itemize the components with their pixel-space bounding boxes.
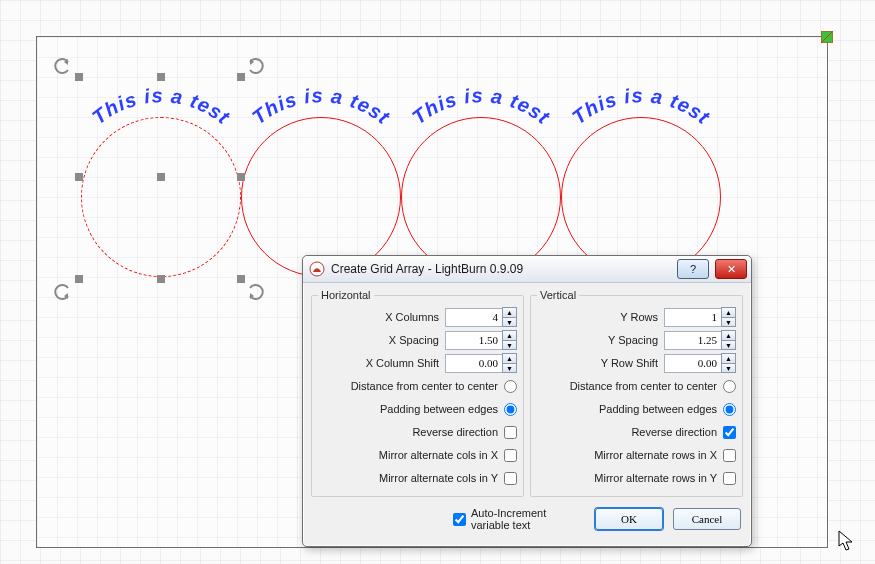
spin-down[interactable]: ▼: [721, 363, 736, 373]
help-button[interactable]: ?: [677, 259, 709, 279]
h-mirror-x-checkbox[interactable]: [504, 449, 517, 462]
spin-up[interactable]: ▲: [502, 307, 517, 317]
vertical-group: Vertical Y Rows ▲▼ Y Spacing ▲▼ Y Row Sh…: [530, 289, 743, 497]
horizontal-legend: Horizontal: [318, 289, 374, 301]
path-text[interactable]: This is a test: [81, 79, 241, 141]
svg-text:This is a test: This is a test: [88, 84, 235, 129]
array-circle[interactable]: [241, 117, 401, 277]
selection-handle[interactable]: [75, 173, 83, 181]
selection-handle[interactable]: [75, 73, 83, 81]
spin-down[interactable]: ▼: [502, 363, 517, 373]
selection-handle[interactable]: [237, 173, 245, 181]
array-circle[interactable]: [561, 117, 721, 277]
horizontal-group: Horizontal X Columns ▲▼ X Spacing ▲▼ X C…: [311, 289, 524, 497]
x-column-shift-label: X Column Shift: [318, 357, 439, 369]
y-rows-input[interactable]: [664, 308, 722, 327]
origin-marker-icon: [821, 31, 833, 43]
spin-up[interactable]: ▲: [502, 353, 517, 363]
path-text: This is a test: [401, 79, 561, 141]
v-mirror-y-checkbox[interactable]: [723, 472, 736, 485]
h-mirror-x-label: Mirror alternate cols in X: [318, 449, 498, 461]
path-text-label: This is a test: [568, 84, 715, 129]
titlebar[interactable]: Create Grid Array - LightBurn 0.9.09 ? ✕: [303, 256, 751, 283]
y-spacing-label: Y Spacing: [537, 334, 658, 346]
v-distance-center-radio[interactable]: [723, 380, 736, 393]
spin-up[interactable]: ▲: [721, 307, 736, 317]
svg-text:This is a test: This is a test: [408, 84, 555, 129]
v-padding-edges-label: Padding between edges: [537, 403, 717, 415]
path-text-label: This is a test: [88, 84, 235, 129]
path-text-label: This is a test: [408, 84, 555, 129]
selection-handle[interactable]: [237, 73, 245, 81]
h-distance-center-radio[interactable]: [504, 380, 517, 393]
svg-text:This is a test: This is a test: [568, 84, 715, 129]
selection-handle[interactable]: [157, 73, 165, 81]
h-mirror-y-label: Mirror alternate cols in Y: [318, 472, 498, 484]
v-padding-edges-radio[interactable]: [723, 403, 736, 416]
close-icon: ✕: [727, 264, 736, 275]
selection-handle[interactable]: [237, 275, 245, 283]
spin-down[interactable]: ▼: [502, 340, 517, 350]
spin-down[interactable]: ▼: [721, 340, 736, 350]
y-row-shift-input[interactable]: [664, 354, 722, 373]
v-mirror-y-label: Mirror alternate rows in Y: [537, 472, 717, 484]
selected-circle[interactable]: [81, 117, 241, 277]
h-padding-edges-label: Padding between edges: [318, 403, 498, 415]
help-icon: ?: [690, 264, 696, 275]
v-mirror-x-label: Mirror alternate rows in X: [537, 449, 717, 461]
dialog-title: Create Grid Array - LightBurn 0.9.09: [331, 262, 671, 276]
rotation-handle[interactable]: [247, 283, 265, 301]
app-icon: [309, 261, 325, 277]
array-circle[interactable]: [401, 117, 561, 277]
h-mirror-y-checkbox[interactable]: [504, 472, 517, 485]
v-distance-center-label: Distance from center to center: [537, 380, 717, 392]
y-spacing-input[interactable]: [664, 331, 722, 350]
spin-down[interactable]: ▼: [721, 317, 736, 327]
v-mirror-x-checkbox[interactable]: [723, 449, 736, 462]
path-text: This is a test: [561, 79, 721, 141]
close-button[interactable]: ✕: [715, 259, 747, 279]
y-rows-label: Y Rows: [537, 311, 658, 323]
create-grid-array-dialog: Create Grid Array - LightBurn 0.9.09 ? ✕…: [302, 255, 752, 547]
vertical-legend: Vertical: [537, 289, 579, 301]
path-text: This is a test: [241, 79, 401, 141]
selection-handle[interactable]: [157, 275, 165, 283]
h-distance-center-label: Distance from center to center: [318, 380, 498, 392]
x-spacing-input[interactable]: [445, 331, 503, 350]
svg-text:This is a test: This is a test: [248, 84, 395, 129]
ok-button[interactable]: OK: [595, 508, 663, 530]
x-column-shift-input[interactable]: [445, 354, 503, 373]
auto-increment-label: Auto-Increment variable text: [471, 507, 575, 531]
rotation-handle[interactable]: [53, 283, 71, 301]
x-columns-label: X Columns: [318, 311, 439, 323]
spin-up[interactable]: ▲: [502, 330, 517, 340]
auto-increment-checkbox[interactable]: [453, 513, 466, 526]
spin-up[interactable]: ▲: [721, 330, 736, 340]
rotation-handle[interactable]: [53, 57, 71, 75]
spin-up[interactable]: ▲: [721, 353, 736, 363]
x-columns-input[interactable]: [445, 308, 503, 327]
h-padding-edges-radio[interactable]: [504, 403, 517, 416]
h-reverse-checkbox[interactable]: [504, 426, 517, 439]
spin-down[interactable]: ▼: [502, 317, 517, 327]
x-spacing-label: X Spacing: [318, 334, 439, 346]
cancel-button[interactable]: Cancel: [673, 508, 741, 530]
rotation-handle[interactable]: [247, 57, 265, 75]
path-text-label: This is a test: [248, 84, 395, 129]
selection-handle[interactable]: [75, 275, 83, 283]
v-reverse-checkbox[interactable]: [723, 426, 736, 439]
selection-handle[interactable]: [157, 173, 165, 181]
v-reverse-label: Reverse direction: [537, 426, 717, 438]
y-row-shift-label: Y Row Shift: [537, 357, 658, 369]
cursor-icon: [838, 530, 856, 552]
h-reverse-label: Reverse direction: [318, 426, 498, 438]
